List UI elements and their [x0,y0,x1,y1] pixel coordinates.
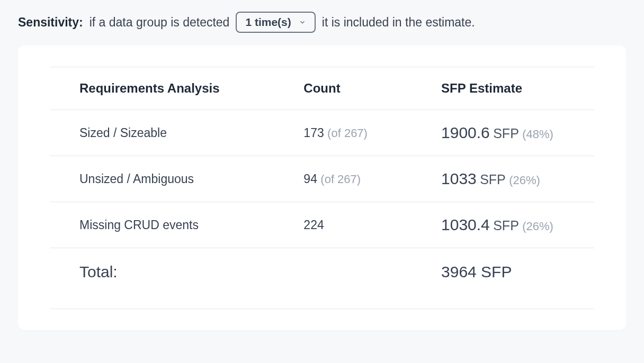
sfp-value: 1030.4 [441,216,490,233]
row-count: 224 [274,202,412,248]
row-sfp: 1900.6 SFP (48%) [412,110,594,156]
analysis-card: Requirements Analysis Count SFP Estimate… [18,46,626,330]
sfp-pct: (26%) [522,220,553,233]
sfp-pct: (48%) [522,128,553,141]
row-count: 173 (of 267) [274,110,412,156]
table-row: Missing CRUD events 224 1030.4 SFP (26%) [50,202,594,248]
header-count: Count [274,67,412,110]
sensitivity-selected-value: 1 time(s) [245,16,291,29]
sfp-value: 1033 [441,170,477,187]
sfp-unit: SFP [480,172,506,187]
chevron-down-icon [299,16,306,29]
sfp-value: 1900.6 [441,124,490,141]
count-of: (of 267) [320,173,361,186]
row-label: Unsized / Ambiguous [50,156,274,202]
table-total-row: Total: 3964 SFP [50,248,594,309]
sensitivity-select[interactable]: 1 time(s) [236,12,315,33]
header-requirements: Requirements Analysis [50,67,274,110]
sfp-unit: SFP [493,218,519,233]
row-count: 94 (of 267) [274,156,412,202]
count-of: (of 267) [327,126,368,140]
analysis-table: Requirements Analysis Count SFP Estimate… [50,67,594,309]
row-label: Sized / Sizeable [50,110,274,156]
total-sfp: 3964 SFP [412,248,594,309]
sfp-pct: (26%) [509,174,540,187]
header-sfp: SFP Estimate [412,67,594,110]
sensitivity-label: Sensitivity: [18,15,83,30]
count-value: 173 [303,126,324,140]
count-value: 94 [303,172,317,186]
page-root: Sensitivity: if a data group is detected… [0,0,644,348]
sensitivity-pre-text: if a data group is detected [90,15,230,30]
row-label: Missing CRUD events [50,202,274,248]
row-sfp: 1033 SFP (26%) [412,156,594,202]
sfp-unit: SFP [493,126,519,141]
sensitivity-post-text: it is included in the estimate. [322,15,475,30]
row-sfp: 1030.4 SFP (26%) [412,202,594,248]
total-label: Total: [50,248,274,309]
table-row: Sized / Sizeable 173 (of 267) 1900.6 SFP… [50,110,594,156]
table-row: Unsized / Ambiguous 94 (of 267) 1033 SFP… [50,156,594,202]
sensitivity-line: Sensitivity: if a data group is detected… [18,12,626,33]
total-count-empty [274,248,412,309]
table-header-row: Requirements Analysis Count SFP Estimate [50,67,594,110]
count-value: 224 [303,218,324,232]
